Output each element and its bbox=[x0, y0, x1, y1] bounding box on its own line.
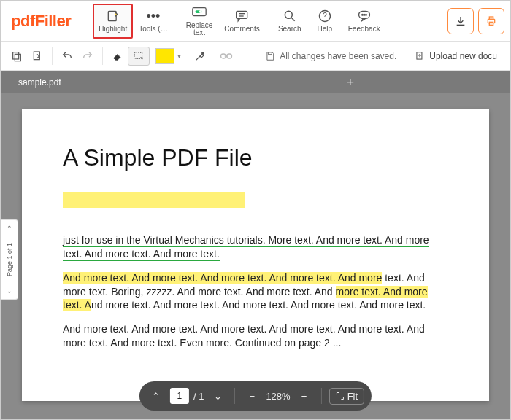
sub-toolbar: ▾ All changes have been saved. Upload ne… bbox=[1, 42, 510, 71]
print-icon bbox=[485, 15, 497, 27]
sub-divider bbox=[102, 47, 103, 65]
save-status: All changes have been saved. bbox=[265, 51, 396, 61]
search-icon bbox=[283, 9, 297, 23]
svg-rect-27 bbox=[417, 52, 422, 58]
document-page[interactable]: A Simple PDF File just for use in the Vi… bbox=[22, 109, 489, 401]
export-page-button[interactable] bbox=[27, 46, 47, 66]
svg-rect-26 bbox=[269, 52, 272, 54]
search-button[interactable]: Search bbox=[272, 4, 307, 39]
help-icon: ? bbox=[318, 9, 332, 23]
pages-panel-button[interactable] bbox=[7, 46, 27, 66]
comments-button[interactable]: Comments bbox=[218, 4, 265, 39]
save-status-text: All changes have been saved. bbox=[280, 51, 396, 61]
document-paragraph: And more text. And more text. And more t… bbox=[63, 271, 448, 313]
toolbar-divider bbox=[177, 7, 177, 36]
page-number-input[interactable]: 1 bbox=[170, 388, 189, 404]
svg-line-8 bbox=[291, 18, 294, 21]
svg-point-3 bbox=[199, 10, 202, 13]
undo-button[interactable] bbox=[57, 46, 77, 66]
link-icon bbox=[220, 52, 233, 61]
eraser-button[interactable] bbox=[107, 46, 128, 66]
replace-label2: text bbox=[193, 28, 205, 36]
replace-icon bbox=[191, 5, 207, 20]
page-indicator-sidebar: ⌃ Page 1 of 1 ⌄ bbox=[1, 219, 18, 300]
page-indicator-text: Page 1 of 1 bbox=[6, 243, 13, 276]
upload-new-document-button[interactable]: Upload new docu bbox=[407, 42, 504, 71]
redo-icon bbox=[82, 50, 93, 62]
top-toolbar: pdfFiller Highlight ••• Tools (… Replace… bbox=[1, 1, 510, 42]
help-label: Help bbox=[317, 25, 332, 33]
link-button[interactable] bbox=[216, 46, 237, 66]
highlight-color-swatch[interactable] bbox=[155, 48, 174, 64]
fit-icon bbox=[336, 392, 345, 400]
color-dropdown-caret[interactable]: ▾ bbox=[174, 52, 184, 60]
toolbar-group-edit: Highlight ••• Tools (… bbox=[93, 4, 173, 39]
toolbar-divider bbox=[269, 7, 269, 36]
print-button[interactable] bbox=[478, 8, 504, 34]
more-icon: ••• bbox=[146, 9, 160, 23]
svg-rect-18 bbox=[13, 52, 19, 58]
erase-area-button[interactable] bbox=[128, 47, 150, 66]
feedback-icon bbox=[357, 9, 372, 23]
page-total-label: / 1 bbox=[193, 391, 204, 402]
redo-button[interactable] bbox=[77, 46, 98, 66]
eraser-icon bbox=[112, 51, 123, 61]
page-up-button[interactable]: ⌃ bbox=[7, 225, 12, 232]
next-page-button[interactable]: ⌄ bbox=[208, 386, 227, 405]
highlight-tool-button[interactable]: Highlight bbox=[93, 4, 133, 39]
comments-label: Comments bbox=[224, 25, 259, 33]
document-tabbar: sample.pdf + bbox=[1, 71, 510, 93]
svg-rect-16 bbox=[489, 17, 493, 19]
highlight-annotation[interactable]: And more text. And more text. And more t… bbox=[63, 272, 382, 284]
eyedropper-icon bbox=[194, 50, 206, 62]
tools-label: Tools (… bbox=[139, 25, 167, 33]
svg-text:?: ? bbox=[323, 12, 327, 20]
feedback-label: Feedback bbox=[348, 25, 380, 33]
feedback-button[interactable]: Feedback bbox=[342, 4, 386, 39]
workspace: sample.pdf + A Simple PDF File just for … bbox=[1, 71, 510, 419]
floatbar-divider bbox=[234, 388, 235, 404]
zoom-level-label: 128% bbox=[266, 391, 290, 402]
upload-label: Upload new docu bbox=[429, 51, 497, 61]
tools-menu-button[interactable]: ••• Tools (… bbox=[133, 4, 173, 39]
zoom-in-button[interactable]: + bbox=[295, 386, 314, 405]
svg-rect-4 bbox=[236, 11, 247, 18]
svg-point-7 bbox=[285, 11, 292, 18]
highlight-label: Highlight bbox=[99, 25, 127, 33]
download-icon bbox=[455, 15, 466, 27]
add-tab-button[interactable]: + bbox=[346, 75, 354, 90]
export-icon bbox=[31, 50, 43, 62]
undo-icon bbox=[61, 50, 73, 62]
svg-point-22 bbox=[202, 52, 204, 54]
document-paragraph: And more text. And more text. And more t… bbox=[63, 322, 448, 350]
floatbar-divider bbox=[321, 388, 322, 404]
underline-annotation[interactable]: just for use in the Virtual Mechanics tu… bbox=[63, 234, 429, 261]
toolbar-group-content: Replace text Comments bbox=[180, 4, 266, 39]
upload-icon bbox=[415, 51, 425, 61]
toolbar-group-help: Search ? Help Feedback bbox=[272, 4, 386, 39]
prev-page-button[interactable]: ⌃ bbox=[147, 386, 166, 405]
search-label: Search bbox=[278, 25, 301, 33]
replace-text-button[interactable]: Replace text bbox=[180, 4, 219, 39]
zoom-out-button[interactable]: − bbox=[242, 386, 261, 405]
fit-label: Fit bbox=[347, 391, 358, 402]
svg-point-14 bbox=[365, 15, 366, 16]
color-picker-button[interactable] bbox=[190, 46, 210, 66]
fit-button[interactable]: Fit bbox=[329, 388, 364, 405]
page-down-button[interactable]: ⌄ bbox=[7, 287, 12, 295]
download-button[interactable] bbox=[447, 8, 474, 34]
svg-point-13 bbox=[364, 15, 365, 16]
comments-icon bbox=[235, 9, 250, 23]
app-logo: pdfFiller bbox=[11, 12, 71, 31]
svg-point-12 bbox=[361, 15, 363, 16]
highlight-annotation[interactable] bbox=[63, 192, 245, 208]
document-body: just for use in the Virtual Mechanics tu… bbox=[63, 192, 448, 350]
help-button[interactable]: ? Help bbox=[307, 4, 342, 39]
sub-divider bbox=[52, 47, 53, 65]
document-viewport[interactable]: A Simple PDF File just for use in the Vi… bbox=[1, 93, 510, 419]
page-controls-bar: ⌃ 1 / 1 ⌄ − 128% + Fit bbox=[139, 381, 372, 411]
document-title: A Simple PDF File bbox=[63, 144, 448, 171]
document-tab[interactable]: sample.pdf bbox=[11, 77, 69, 88]
save-status-icon bbox=[265, 51, 275, 61]
svg-rect-19 bbox=[15, 54, 20, 61]
